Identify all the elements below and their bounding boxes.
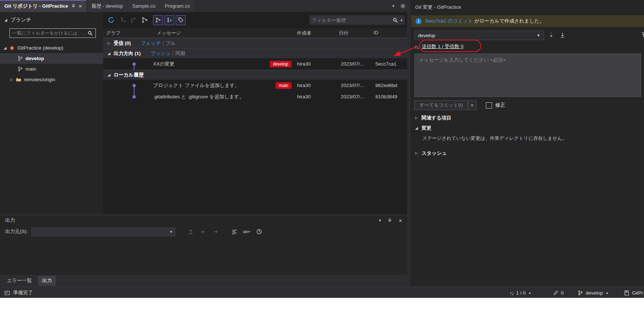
refresh-icon[interactable] bbox=[108, 16, 115, 24]
tab-label: Program.cs bbox=[165, 3, 190, 9]
commit-id: 5ecc7ca1 bbox=[373, 61, 407, 67]
tree-item-main[interactable]: main bbox=[0, 64, 103, 74]
changes-section[interactable]: ◢ 変更 bbox=[415, 125, 432, 131]
pencil-icon bbox=[553, 290, 558, 295]
local-history-section-row[interactable]: ◢ ローカル履歴 bbox=[103, 70, 407, 80]
commit-row[interactable]: .gitattributes と .gitignore を追加します。 hira… bbox=[103, 91, 407, 102]
tree-item-develop[interactable]: develop bbox=[0, 53, 103, 64]
stash-section[interactable]: ▷ スタッシュ bbox=[415, 150, 447, 157]
expander-expanded-icon[interactable]: ◢ bbox=[4, 46, 7, 50]
bottom-tabstrip-left: エラー一覧 出力 bbox=[0, 275, 411, 286]
tab-git-repository[interactable]: Git リポジトリ - GitPractice × bbox=[0, 0, 86, 12]
outgoing-section-row[interactable]: ◢ 出力方向 (1) プッシュ 同期 bbox=[103, 48, 407, 58]
pull-icon[interactable] bbox=[559, 32, 566, 38]
commit-all-button[interactable]: すべてをコミット(I) bbox=[414, 100, 468, 110]
amend-checkbox[interactable] bbox=[486, 102, 492, 109]
push-link[interactable]: プッシュ bbox=[151, 50, 171, 57]
chevron-down-icon[interactable]: ▾ bbox=[392, 4, 394, 8]
commit-graph-cell bbox=[103, 58, 143, 70]
expander-collapsed-icon[interactable]: ▷ bbox=[10, 78, 13, 82]
history-toolbar: ▾ bbox=[103, 12, 407, 28]
tab-sample-cs[interactable]: Sample.cs bbox=[128, 0, 160, 12]
commit-row[interactable]: プロジェクト ファイルを追加します。 main hira30 2023/07/.… bbox=[103, 80, 407, 91]
outgoing-incoming-link[interactable]: 送信数 1 / 受信数 0 bbox=[422, 43, 464, 50]
expander-collapsed-icon[interactable]: ▷ bbox=[415, 116, 418, 120]
tab-error-list[interactable]: エラー一覧 bbox=[3, 276, 36, 286]
tree-item-repo[interactable]: ◢ GitPractice (develop) bbox=[0, 43, 103, 53]
branches-panel: ◢ ブランチ ◢ GitPractice (develop) develop m… bbox=[0, 12, 103, 214]
expander-expanded-icon[interactable]: ◢ bbox=[108, 73, 110, 77]
document-tabbar: Git リポジトリ - GitPractice × 履歴 - develop S… bbox=[0, 0, 411, 12]
statusbar-pending-edits[interactable]: 0 bbox=[553, 287, 564, 298]
close-icon[interactable]: × bbox=[399, 217, 402, 224]
expander-expanded-icon[interactable]: ◢ bbox=[415, 126, 418, 130]
commit-row[interactable]: XXの変更 develop hira30 2023/07/... 5ecc7ca… bbox=[103, 58, 407, 70]
statusbar-sync-counts[interactable]: ↑↓ 1 / 0 ▲ bbox=[510, 287, 531, 298]
branch-badge: main bbox=[276, 82, 292, 89]
expander-collapsed-icon[interactable]: ▷ bbox=[415, 151, 418, 155]
tab-output[interactable]: 出力 bbox=[38, 276, 56, 286]
pull-link[interactable]: プル bbox=[165, 40, 176, 47]
window-position-icon[interactable]: ▾ bbox=[379, 218, 381, 223]
tab-history-develop[interactable]: 履歴 - develop bbox=[87, 0, 127, 12]
statusbar-current-branch[interactable]: develop ▲ bbox=[578, 287, 609, 298]
output-source-dropdown[interactable]: ▾ bbox=[31, 227, 175, 236]
timestamp-icon[interactable] bbox=[255, 227, 264, 236]
fetch-icon[interactable] bbox=[548, 32, 554, 38]
branches-header[interactable]: ◢ ブランチ bbox=[4, 17, 31, 23]
pin-icon[interactable] bbox=[71, 4, 76, 8]
section-label: 変更 bbox=[422, 125, 432, 131]
git-changes-title: Git 変更 - GitPractice bbox=[415, 4, 461, 11]
commit-date: 2023/07/... bbox=[338, 61, 373, 67]
commit-message: XXの変更 bbox=[153, 61, 175, 67]
up-down-arrows-icon: ↑↓ bbox=[414, 44, 418, 50]
column-header-message[interactable]: メッセージ bbox=[157, 30, 181, 36]
branch-dropdown[interactable]: develop ▼ bbox=[414, 31, 544, 40]
push-icon[interactable] bbox=[640, 32, 644, 38]
commit-actions-row: すべてをコミット(I) ▼ 修正 bbox=[414, 100, 506, 110]
pin-icon[interactable] bbox=[387, 218, 392, 223]
branch-name-value: develop bbox=[586, 290, 603, 296]
word-wrap-icon[interactable]: ab↵ bbox=[242, 227, 251, 236]
history-filter-input[interactable] bbox=[312, 17, 390, 23]
tab-program-cs[interactable]: Program.cs bbox=[160, 0, 194, 12]
tree-item-remotes-origin[interactable]: ▷ remotes/origin bbox=[0, 74, 103, 85]
related-items-section[interactable]: ▷ 関連する項目 bbox=[415, 115, 451, 121]
close-icon[interactable]: × bbox=[79, 3, 82, 9]
show-tags-toggle[interactable] bbox=[176, 15, 186, 25]
git-changes-panel: Git 変更 - GitPractice i 5ecc7ca1 のコミット がロ… bbox=[411, 0, 644, 286]
compare-branches-icon[interactable] bbox=[141, 17, 148, 23]
expander-collapsed-icon[interactable]: ▷ bbox=[108, 42, 110, 45]
column-header-id[interactable]: ID bbox=[374, 30, 378, 35]
gear-icon[interactable] bbox=[400, 3, 406, 9]
show-all-branches-toggle[interactable] bbox=[164, 15, 174, 25]
column-header-author[interactable]: 作成者 bbox=[297, 30, 311, 36]
next-message-icon bbox=[211, 227, 220, 236]
search-icon[interactable] bbox=[393, 17, 398, 23]
git-repo-icon bbox=[9, 45, 15, 51]
commit-options-caret[interactable]: ▼ bbox=[468, 100, 476, 110]
show-graph-toggle[interactable] bbox=[153, 15, 163, 25]
column-header-date[interactable]: 日付 bbox=[339, 30, 348, 36]
tab-label: Git リポジトリ - GitPractice bbox=[4, 3, 68, 9]
background-tasks-icon[interactable] bbox=[4, 290, 10, 296]
fetch-link[interactable]: フェッチ bbox=[141, 40, 161, 47]
commit-dot-icon bbox=[133, 62, 136, 66]
chevron-down-icon[interactable]: ▾ bbox=[401, 18, 402, 22]
expander-expanded-icon[interactable]: ◢ bbox=[108, 52, 110, 55]
clear-all-icon[interactable] bbox=[230, 227, 239, 236]
column-header-graph[interactable]: グラフ bbox=[106, 30, 121, 36]
branch-icon bbox=[17, 56, 23, 61]
chevron-down-icon: ▾ bbox=[170, 229, 172, 234]
commit-link[interactable]: 5ecc7ca1 のコミット bbox=[425, 18, 473, 24]
sync-link[interactable]: 同期 bbox=[175, 50, 185, 57]
incoming-section-row[interactable]: ▷ 受信 (0) フェッチ プル bbox=[103, 38, 407, 48]
commit-message-input[interactable] bbox=[415, 54, 641, 96]
up-down-arrows-icon: ↑↓ bbox=[510, 290, 514, 296]
commit-author: hira30 bbox=[294, 83, 338, 88]
statusbar-repository[interactable]: GitPr bbox=[624, 287, 643, 298]
fetch-disabled-icon bbox=[120, 17, 126, 23]
sync-status-row: ↑↓ 送信数 1 / 受信数 0 bbox=[414, 42, 464, 52]
branch-filter-input[interactable] bbox=[12, 31, 85, 36]
infobar-text: がローカルで作成されました。 bbox=[474, 18, 544, 24]
